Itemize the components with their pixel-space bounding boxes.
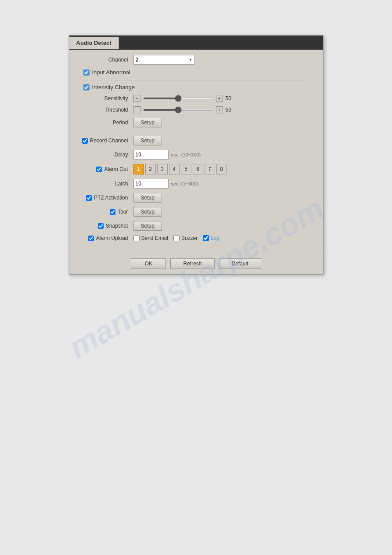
ptz-activation-checkbox[interactable] [86,195,92,201]
delay-label: Delay [76,152,133,158]
tour-checkbox[interactable] [110,209,115,215]
alarm-out-buttons: 1 2 3 4 5 6 7 8 [133,164,227,174]
threshold-slider-container: − + 50 [133,106,236,113]
log-checkbox[interactable] [203,235,209,241]
audio-detect-dialog: Audio Detect Channel 2 1 3 4 Input Abnor… [69,35,324,275]
ptz-label-wrapper: PTZ Activation [76,195,133,201]
dialog-body: Channel 2 1 3 4 Input Abnormal Intensity… [69,50,323,251]
alarm-upload-label-wrapper: Alarm Upload [76,235,133,241]
divider-2 [83,132,309,132]
log-label: Log [211,235,219,241]
alarm-upload-checkbox[interactable] [88,236,94,241]
sensitivity-plus-btn[interactable]: + [216,95,223,102]
alarm-upload-label: Alarm Upload [96,235,128,241]
input-abnormal-checkbox[interactable] [83,69,90,76]
send-email-option: Send Email [133,235,168,241]
period-row: Period Setup [76,118,316,127]
dialog-header: Audio Detect [69,36,323,50]
buzzer-checkbox[interactable] [173,235,180,241]
buzzer-label: Buzzer [181,235,198,241]
divider-1 [83,80,309,80]
threshold-slider[interactable] [143,109,213,111]
latch-row: Latch sec. (1~300) [76,179,316,189]
alarm-out-label: Alarm Out [104,166,128,172]
threshold-minus-btn[interactable]: − [133,106,140,113]
ptz-activation-setup-button[interactable]: Setup [133,193,162,203]
record-channel-setup-button[interactable]: Setup [133,136,162,145]
intensity-change-row: Intensity Change [76,84,316,91]
delay-row: Delay sec. (10~300) [76,150,316,160]
alarm-upload-row: Alarm Upload Send Email Buzzer Log [76,235,316,241]
threshold-plus-btn[interactable]: + [216,106,223,113]
footer-buttons: OK Refresh Default [69,253,323,274]
channel-select-wrapper: 2 1 3 4 [133,55,195,65]
alarm-out-row: Alarm Out 1 2 3 4 5 6 7 8 [76,164,316,174]
default-button[interactable]: Default [219,258,261,269]
latch-label: Latch [76,181,133,187]
ok-button[interactable]: OK [131,258,166,269]
send-email-checkbox[interactable] [133,235,140,241]
sensitivity-minus-btn[interactable]: − [133,95,140,102]
delay-input[interactable] [133,150,169,160]
sensitivity-row: Sensitivity − + 50 [76,95,316,102]
sensitivity-label: Sensitivity [76,95,133,102]
snapshot-label: Snapshot [106,223,128,229]
send-email-label: Send Email [141,235,168,241]
delay-hint: sec. (10~300) [171,152,201,157]
ptz-activation-row: PTZ Activation Setup [76,193,316,203]
snapshot-row: Snapshot Setup [76,221,316,231]
snapshot-label-wrapper: Snapshot [76,223,133,229]
input-abnormal-row: Input Abnormal [76,69,316,76]
record-channel-label: Record Channel [90,138,128,144]
dialog-title: Audio Detect [69,37,119,49]
latch-hint: sec. (1~300) [171,181,198,186]
refresh-button[interactable]: Refresh [170,258,214,269]
alarm-btn-3[interactable]: 3 [157,164,168,174]
period-setup-button[interactable]: Setup [133,118,162,127]
latch-input[interactable] [133,179,169,189]
intensity-change-label: Intensity Change [92,84,135,91]
threshold-row: Threshold − + 50 [76,106,316,113]
record-channel-row: Record Channel Setup [76,136,316,145]
alarm-btn-2[interactable]: 2 [145,164,156,174]
threshold-label: Threshold [76,107,133,113]
channel-select[interactable]: 2 1 3 4 [133,55,195,65]
alarm-btn-7[interactable]: 7 [205,164,215,174]
alarm-btn-5[interactable]: 5 [181,164,191,174]
alarm-upload-options: Send Email Buzzer Log [133,235,220,241]
tour-row: Tour Setup [76,207,316,217]
period-label: Period [76,120,133,126]
tour-label-wrapper: Tour [76,209,133,215]
channel-row: Channel 2 1 3 4 [76,55,316,65]
record-channel-label-wrapper: Record Channel [76,138,133,144]
buzzer-option: Buzzer [173,235,198,241]
alarm-btn-1[interactable]: 1 [133,164,144,174]
alarm-btn-6[interactable]: 6 [193,164,203,174]
snapshot-checkbox[interactable] [98,223,104,229]
sensitivity-value: 50 [226,95,236,102]
alarm-out-label-wrapper: Alarm Out [76,166,133,172]
threshold-value: 50 [226,107,236,113]
snapshot-setup-button[interactable]: Setup [133,221,162,231]
intensity-change-checkbox[interactable] [83,84,90,91]
input-abnormal-label: Input Abnormal [92,69,130,76]
alarm-out-checkbox[interactable] [96,167,102,172]
log-option: Log [203,235,219,241]
channel-label: Channel [76,57,133,63]
sensitivity-slider[interactable] [143,98,213,99]
sensitivity-slider-container: − + 50 [133,95,236,102]
record-channel-checkbox[interactable] [82,138,88,144]
alarm-btn-8[interactable]: 8 [216,164,227,174]
ptz-activation-label: PTZ Activation [94,195,128,201]
tour-setup-button[interactable]: Setup [133,207,162,217]
alarm-btn-4[interactable]: 4 [169,164,180,174]
tour-label: Tour [118,209,128,215]
